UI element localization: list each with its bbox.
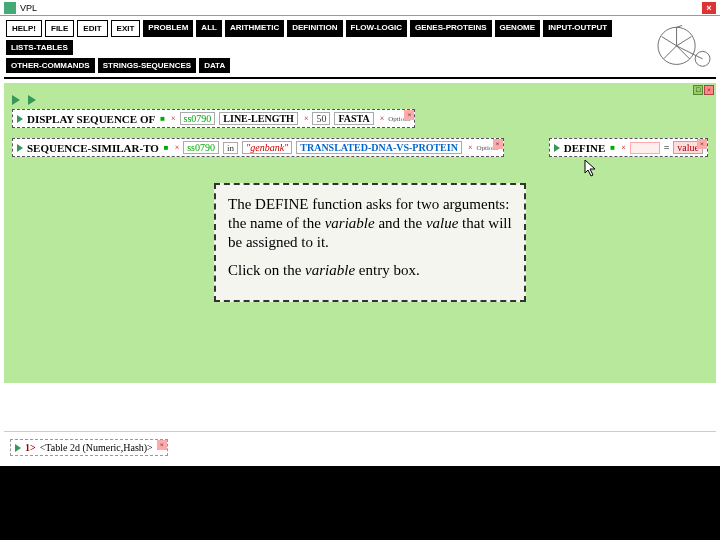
toolbar-button-genesproteins[interactable]: GENES-PROTEINS	[410, 20, 492, 37]
delete-icon[interactable]: ×	[175, 143, 180, 152]
arg-chip[interactable]: ss0790	[183, 141, 219, 154]
svg-line-5	[664, 46, 677, 59]
panel-maximize-button[interactable]: □	[693, 85, 703, 95]
app-window: VPL × HELP!FILEEDITEXITPROBLEMALLARITHME…	[0, 0, 720, 466]
function-name: SEQUENCE-SIMILAR-TO	[27, 142, 159, 154]
arrow-icon	[17, 144, 23, 152]
bicycle-logo	[656, 18, 712, 70]
svg-line-7	[677, 37, 692, 46]
svg-line-8	[662, 37, 677, 46]
panel-close-button[interactable]: ×	[704, 85, 714, 95]
toolbar-button-problem[interactable]: PROBLEM	[143, 20, 193, 37]
tooltip-text: Click on the	[228, 262, 305, 278]
expression-box[interactable]: × DISPLAY SEQUENCE OF ■× ss0790 LINE-LEN…	[12, 109, 415, 128]
workspace-panel: □ × × DISPLAY SEQUENCE OF ■× ss0790 LINE…	[4, 83, 716, 383]
arg-chip[interactable]: 50	[312, 112, 330, 125]
toolbar-button-flowlogic[interactable]: FLOW-LOGIC	[346, 20, 407, 37]
toolbar-button-edit[interactable]: EDIT	[77, 20, 107, 37]
arg-chip[interactable]: "genbank"	[242, 141, 292, 154]
keyword-chip[interactable]: TRANSLATED-DNA-VS-PROTEIN	[296, 141, 462, 154]
delete-icon[interactable]: ×	[304, 114, 309, 123]
variable-entry-box[interactable]	[630, 142, 660, 154]
delete-icon[interactable]: ×	[621, 143, 626, 152]
status-icon: ■	[160, 114, 165, 123]
tooltip-emphasis: value	[426, 215, 458, 231]
arrow-icon[interactable]	[12, 95, 20, 105]
toolbar-button-file[interactable]: FILE	[45, 20, 74, 37]
app-icon	[4, 2, 16, 14]
expression-box[interactable]: × SEQUENCE-SIMILAR-TO ■× ss0790 in "genb…	[12, 138, 504, 157]
tooltip-emphasis: variable	[305, 262, 355, 278]
arrow-icon	[15, 444, 21, 452]
arrow-icon	[554, 144, 560, 152]
delete-icon[interactable]: ×	[380, 114, 385, 123]
result-prefix: 1>	[25, 442, 36, 453]
toolbar-button-othercommands[interactable]: OTHER-COMMANDS	[6, 58, 95, 73]
toolbar-button-inputoutput[interactable]: INPUT-OUTPUT	[543, 20, 612, 37]
define-label: DEFINE	[564, 142, 606, 154]
tooltip-emphasis: variable	[325, 215, 375, 231]
arg-chip[interactable]: ss0790	[180, 112, 216, 125]
toolbar-button-arithmetic[interactable]: ARITHMETIC	[225, 20, 284, 37]
toolbar-button-liststables[interactable]: LISTS-TABLES	[6, 40, 73, 55]
toolbar-button-all[interactable]: ALL	[196, 20, 222, 37]
toolbar-button-stringssequences[interactable]: STRINGS-SEQUENCES	[98, 58, 196, 73]
result-close-icon[interactable]: ×	[157, 440, 167, 450]
toolbar: HELP!FILEEDITEXITPROBLEMALLARITHMETICDEF…	[0, 16, 720, 77]
toolbar-button-help[interactable]: HELP!	[6, 20, 42, 37]
toolbar-button-exit[interactable]: EXIT	[111, 20, 141, 37]
toolbar-button-data[interactable]: DATA	[199, 58, 230, 73]
status-icon: ■	[164, 143, 169, 152]
expression-row-1: × DISPLAY SEQUENCE OF ■× ss0790 LINE-LEN…	[12, 109, 708, 128]
keyword-chip[interactable]: LINE-LENGTH	[219, 112, 298, 125]
expr-close-icon[interactable]: ×	[493, 139, 503, 149]
status-icon: ■	[610, 143, 615, 152]
arrow-icon	[17, 115, 23, 123]
tooltip-text: entry box.	[355, 262, 420, 278]
expr-close-icon[interactable]: ×	[404, 110, 414, 120]
result-box[interactable]: × 1> <Table 2d (Numeric,Hash)>	[10, 439, 168, 456]
equals-label: =	[664, 142, 670, 153]
svg-line-6	[677, 46, 690, 59]
function-name: DISPLAY SEQUENCE OF	[27, 113, 155, 125]
tooltip-text: and the	[375, 215, 426, 231]
help-tooltip: The DEFINE function asks for two argumen…	[214, 183, 526, 302]
toolbar-button-definition[interactable]: DEFINITION	[287, 20, 342, 37]
delete-icon[interactable]: ×	[171, 114, 176, 123]
insertion-arrows	[12, 95, 708, 105]
delete-icon[interactable]: ×	[468, 143, 473, 152]
window-close-button[interactable]: ×	[702, 2, 716, 14]
cursor-icon	[584, 159, 600, 179]
titlebar: VPL ×	[0, 0, 720, 16]
result-panel: × 1> <Table 2d (Numeric,Hash)>	[4, 431, 716, 463]
keyword-chip[interactable]: FASTA	[334, 112, 373, 125]
window-title: VPL	[20, 3, 37, 13]
svg-line-3	[677, 25, 683, 27]
result-text: <Table 2d (Numeric,Hash)>	[40, 442, 153, 453]
toolbar-divider	[4, 77, 716, 79]
arrow-icon[interactable]	[28, 95, 36, 105]
expr-close-icon[interactable]: ×	[697, 139, 707, 149]
toolbar-button-genome[interactable]: GENOME	[495, 20, 541, 37]
panel-controls: □ ×	[693, 85, 714, 95]
define-box[interactable]: × DEFINE ■× = value	[549, 138, 708, 157]
in-label: in	[223, 142, 238, 154]
expression-row-2: × SEQUENCE-SIMILAR-TO ■× ss0790 in "genb…	[12, 138, 708, 157]
